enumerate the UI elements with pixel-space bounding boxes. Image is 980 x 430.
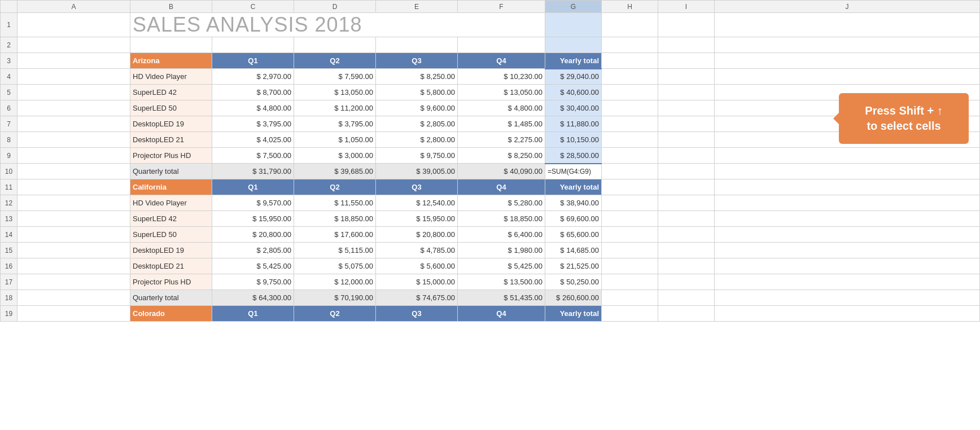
cell-d12[interactable]: $ 11,550.00 <box>294 195 376 211</box>
cell-j17[interactable] <box>715 274 980 290</box>
cell-c9[interactable]: $ 7,500.00 <box>212 148 294 164</box>
cell-h5[interactable] <box>602 85 658 100</box>
cell-f11-q4[interactable]: Q4 <box>458 179 545 195</box>
cell-a7[interactable] <box>18 116 130 132</box>
cell-b5[interactable]: SuperLED 42 <box>130 85 212 100</box>
col-header-g[interactable]: G <box>545 1 602 13</box>
cell-i15[interactable] <box>658 243 715 258</box>
cell-a14[interactable] <box>18 227 130 243</box>
cell-a2[interactable] <box>18 37 130 53</box>
cell-e4[interactable]: $ 8,250.00 <box>376 69 458 85</box>
cell-c3-q1[interactable]: Q1 <box>212 53 294 69</box>
cell-e2[interactable] <box>376 37 458 53</box>
cell-h6[interactable] <box>602 100 658 116</box>
cell-f12[interactable]: $ 5,280.00 <box>458 195 545 211</box>
cell-h16[interactable] <box>602 258 658 274</box>
cell-d10[interactable]: $ 39,685.00 <box>294 164 376 179</box>
cell-c6[interactable]: $ 4,800.00 <box>212 100 294 116</box>
cell-e10[interactable]: $ 39,005.00 <box>376 164 458 179</box>
cell-b19-colorado[interactable]: Colorado <box>130 306 212 322</box>
cell-d9[interactable]: $ 3,000.00 <box>294 148 376 164</box>
cell-e17[interactable]: $ 15,000.00 <box>376 274 458 290</box>
cell-h7[interactable] <box>602 116 658 132</box>
cell-c5[interactable]: $ 8,700.00 <box>212 85 294 100</box>
cell-b6[interactable]: SuperLED 50 <box>130 100 212 116</box>
cell-e7[interactable]: $ 2,805.00 <box>376 116 458 132</box>
cell-f8[interactable]: $ 2,275.00 <box>458 132 545 148</box>
cell-b9[interactable]: Projector Plus HD <box>130 148 212 164</box>
cell-h15[interactable] <box>602 243 658 258</box>
cell-j15[interactable] <box>715 243 980 258</box>
cell-f13[interactable]: $ 18,850.00 <box>458 211 545 227</box>
cell-i12[interactable] <box>658 195 715 211</box>
cell-c15[interactable]: $ 2,805.00 <box>212 243 294 258</box>
cell-g1[interactable] <box>545 13 602 37</box>
col-header-c[interactable]: C <box>212 1 294 13</box>
cell-i6[interactable] <box>658 100 715 116</box>
cell-c2[interactable] <box>212 37 294 53</box>
cell-g4[interactable]: $ 29,040.00 <box>545 69 602 85</box>
cell-h17[interactable] <box>602 274 658 290</box>
cell-j11[interactable] <box>715 179 980 195</box>
cell-d13[interactable]: $ 18,850.00 <box>294 211 376 227</box>
cell-c18[interactable]: $ 64,300.00 <box>212 290 294 306</box>
cell-h12[interactable] <box>602 195 658 211</box>
cell-d4[interactable]: $ 7,590.00 <box>294 69 376 85</box>
cell-i14[interactable] <box>658 227 715 243</box>
cell-g9[interactable]: $ 28,500.00 <box>545 148 602 164</box>
cell-f14[interactable]: $ 6,400.00 <box>458 227 545 243</box>
cell-j10[interactable] <box>715 164 980 179</box>
cell-f19-q4[interactable]: Q4 <box>458 306 545 322</box>
cell-i9[interactable] <box>658 148 715 164</box>
cell-d14[interactable]: $ 17,600.00 <box>294 227 376 243</box>
cell-j19[interactable] <box>715 306 980 322</box>
cell-i16[interactable] <box>658 258 715 274</box>
cell-a18[interactable] <box>18 290 130 306</box>
cell-c13[interactable]: $ 15,950.00 <box>212 211 294 227</box>
cell-f2[interactable] <box>458 37 545 53</box>
cell-e12[interactable]: $ 12,540.00 <box>376 195 458 211</box>
cell-c14[interactable]: $ 20,800.00 <box>212 227 294 243</box>
cell-g3-yearly[interactable]: Yearly total <box>545 53 602 69</box>
cell-g6[interactable]: $ 30,400.00 <box>545 100 602 116</box>
cell-b8[interactable]: DesktopLED 21 <box>130 132 212 148</box>
cell-a3[interactable] <box>18 53 130 69</box>
cell-h1[interactable] <box>602 13 658 37</box>
cell-i10[interactable] <box>658 164 715 179</box>
cell-h18[interactable] <box>602 290 658 306</box>
cell-a10[interactable] <box>18 164 130 179</box>
cell-c19-q1[interactable]: Q1 <box>212 306 294 322</box>
cell-f6[interactable]: $ 4,800.00 <box>458 100 545 116</box>
cell-a8[interactable] <box>18 132 130 148</box>
cell-g13[interactable]: $ 69,600.00 <box>545 211 602 227</box>
col-header-d[interactable]: D <box>294 1 376 13</box>
cell-a16[interactable] <box>18 258 130 274</box>
cell-d17[interactable]: $ 12,000.00 <box>294 274 376 290</box>
cell-g2[interactable] <box>545 37 602 53</box>
col-header-b[interactable]: B <box>130 1 212 13</box>
cell-j12[interactable] <box>715 195 980 211</box>
cell-h10[interactable] <box>602 164 658 179</box>
cell-h8[interactable] <box>602 132 658 148</box>
cell-b4[interactable]: HD Video Player <box>130 69 212 85</box>
cell-a11[interactable] <box>18 179 130 195</box>
cell-j1[interactable] <box>715 13 980 37</box>
cell-h4[interactable] <box>602 69 658 85</box>
cell-j13[interactable] <box>715 211 980 227</box>
cell-j4[interactable] <box>715 69 980 85</box>
cell-i2[interactable] <box>658 37 715 53</box>
cell-e3-q3[interactable]: Q3 <box>376 53 458 69</box>
cell-i4[interactable] <box>658 69 715 85</box>
cell-g19-yearly[interactable]: Yearly total <box>545 306 602 322</box>
cell-e11-q3[interactable]: Q3 <box>376 179 458 195</box>
cell-j16[interactable] <box>715 258 980 274</box>
cell-g12[interactable]: $ 38,940.00 <box>545 195 602 211</box>
cell-c8[interactable]: $ 4,025.00 <box>212 132 294 148</box>
cell-i13[interactable] <box>658 211 715 227</box>
cell-i18[interactable] <box>658 290 715 306</box>
cell-a13[interactable] <box>18 211 130 227</box>
cell-h11[interactable] <box>602 179 658 195</box>
cell-d11-q2[interactable]: Q2 <box>294 179 376 195</box>
cell-a1[interactable] <box>18 13 130 37</box>
cell-a4[interactable] <box>18 69 130 85</box>
